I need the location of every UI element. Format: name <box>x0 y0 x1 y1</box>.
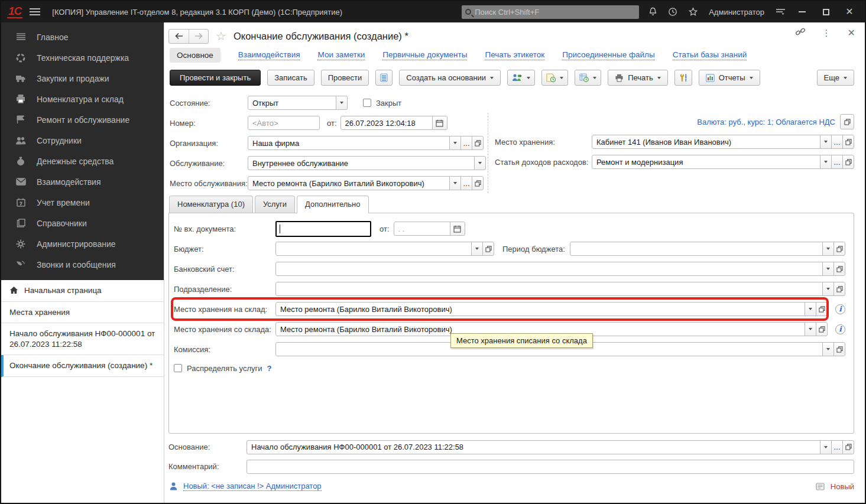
global-search[interactable] <box>462 5 639 19</box>
date-field[interactable]: 26.07.2023 12:04:18 <box>340 116 433 130</box>
service-menu-icon[interactable] <box>774 8 787 16</box>
basis-choose-button[interactable] <box>831 440 843 454</box>
create-based-on-button[interactable]: Создать на основании <box>399 70 501 86</box>
storage-open-button[interactable] <box>842 135 854 149</box>
storage-dropdown-button[interactable] <box>820 135 832 149</box>
expense-open-button[interactable] <box>842 155 854 169</box>
budget-period-field[interactable] <box>570 242 823 256</box>
organization-open-button[interactable] <box>472 136 484 150</box>
storage-place-field[interactable]: Кабинет 141 (Иванов Иван Иванович) <box>592 135 820 149</box>
incoming-number-field[interactable] <box>275 221 371 237</box>
service-place-open-button[interactable] <box>472 176 484 190</box>
tab-main[interactable]: Основное <box>170 48 220 63</box>
sidebar-item-repair[interactable]: Ремонт и обслуживание <box>1 109 164 130</box>
budget-period-dropdown-button[interactable] <box>822 242 834 256</box>
organization-choose-button[interactable] <box>460 136 472 150</box>
service-dropdown-button[interactable] <box>474 156 486 170</box>
minimize-button[interactable] <box>794 4 810 19</box>
division-dropdown-button[interactable] <box>822 282 834 296</box>
service-place-choose-button[interactable] <box>460 176 472 190</box>
distribute-services-checkbox[interactable] <box>174 364 182 372</box>
sidebar-item-nomenclature[interactable]: Номенклатура и склад <box>1 89 164 109</box>
favorite-star-icon[interactable]: ☆ <box>216 29 226 43</box>
tab-nomenclature[interactable]: Номенклатура (10) <box>169 196 253 213</box>
closed-checkbox[interactable] <box>363 99 371 107</box>
distribute-help-link[interactable]: ? <box>267 364 271 373</box>
sidebar-item-purchases[interactable]: Закупки и продажи <box>1 68 164 89</box>
nav-service-start-doc[interactable]: Начало обслуживания НФ00-000001 от 26.07… <box>1 323 164 355</box>
sidebar-item-tech-support[interactable]: Техническая поддержка <box>1 47 164 68</box>
service-tools-button[interactable] <box>674 70 692 86</box>
number-field[interactable]: <Авто> <box>248 116 320 130</box>
sidebar-item-references[interactable]: Справочники <box>1 213 164 233</box>
service-place-field[interactable]: Место ремонта (Барилко Виталий Викоторов… <box>248 176 450 190</box>
sidebar-item-main[interactable]: Главное <box>1 27 164 47</box>
bank-account-open-button[interactable] <box>833 262 845 276</box>
storage-to-info-icon[interactable] <box>835 304 845 314</box>
reminder-document-button[interactable] <box>541 70 568 86</box>
maximize-button[interactable] <box>818 4 834 19</box>
tab-services[interactable]: Услуги <box>255 196 295 213</box>
main-menu-icon[interactable] <box>30 8 40 15</box>
close-window-button[interactable]: ✕ <box>841 4 858 19</box>
comment-field[interactable] <box>246 460 854 474</box>
storage-from-dropdown-button[interactable] <box>805 322 816 336</box>
currency-open-button[interactable] <box>840 114 854 129</box>
tab-my-notes[interactable]: Мои заметки <box>317 50 365 60</box>
state-field[interactable]: Открыт <box>248 96 336 110</box>
close-form-icon[interactable]: ✕ <box>848 27 855 38</box>
favorites-star-icon[interactable] <box>686 7 699 17</box>
sidebar-item-administration[interactable]: Администрирование <box>1 233 164 254</box>
print-button[interactable]: Печать <box>608 70 668 86</box>
budget-open-button[interactable] <box>482 242 494 256</box>
storage-to-dropdown-button[interactable] <box>805 302 816 316</box>
basis-dropdown-button[interactable] <box>820 440 832 454</box>
currency-link[interactable]: Валюта: руб., курс: 1; Облагается НДС <box>697 118 835 126</box>
sidebar-item-calls[interactable]: Звонки и сообщения <box>1 254 164 275</box>
history-clock-icon[interactable] <box>666 7 679 17</box>
current-user[interactable]: Администратор <box>709 8 764 17</box>
nav-service-end-doc[interactable]: Окончание обслуживания (создание) * <box>1 355 164 377</box>
storage-to-open-button[interactable] <box>816 302 828 316</box>
service-place-dropdown-button[interactable] <box>449 176 461 190</box>
basis-field[interactable]: Начало обслуживания НФ00-000001 от 26.07… <box>246 440 820 454</box>
state-dropdown-button[interactable] <box>336 96 348 110</box>
schedule-table-button[interactable] <box>575 70 601 86</box>
sidebar-item-employees[interactable]: Сотрудники <box>1 130 164 151</box>
save-button[interactable]: Записать <box>267 70 314 86</box>
sidebar-item-money[interactable]: s Денежные средства <box>1 151 164 171</box>
tab-primary-docs[interactable]: Первичные документы <box>382 50 467 60</box>
storage-from-open-button[interactable] <box>816 322 828 336</box>
expense-choose-button[interactable] <box>831 155 843 169</box>
post-and-close-button[interactable]: Провести и закрыть <box>170 70 261 86</box>
service-field[interactable]: Внутреннее обслуживание <box>248 156 475 170</box>
commission-dropdown-button[interactable] <box>822 342 834 356</box>
tab-attached-files[interactable]: Присоединенные файлы <box>562 50 654 60</box>
budget-dropdown-button[interactable] <box>471 242 483 256</box>
search-input[interactable] <box>475 8 635 17</box>
bank-account-field[interactable] <box>275 262 823 276</box>
basis-open-button[interactable] <box>842 440 854 454</box>
back-button[interactable] <box>169 30 189 43</box>
organization-field[interactable]: Наша фирма <box>248 136 450 150</box>
notifications-bell-icon[interactable] <box>646 7 659 17</box>
budget-field[interactable] <box>275 242 472 256</box>
tab-label-printing[interactable]: Печать этикеток <box>485 50 544 60</box>
storage-choose-button[interactable] <box>831 135 843 149</box>
division-open-button[interactable] <box>833 282 845 296</box>
nav-home-page[interactable]: Начальная страница <box>1 280 164 302</box>
storage-from-info-icon[interactable] <box>835 324 845 334</box>
division-field[interactable] <box>275 282 823 296</box>
more-actions-icon[interactable]: ⋮ <box>822 28 831 38</box>
bank-account-dropdown-button[interactable] <box>822 262 834 276</box>
expense-item-field[interactable]: Ремонт и модернизация <box>592 155 820 169</box>
tab-additional[interactable]: Дополнительно <box>297 196 369 213</box>
tab-knowledge-base[interactable]: Статьи базы знаний <box>673 50 747 60</box>
budget-period-open-button[interactable] <box>833 242 845 256</box>
date-calendar-button[interactable] <box>432 116 447 130</box>
more-button[interactable]: Еще <box>817 70 854 86</box>
storage-to-field[interactable]: Место ремонта (Барилко Виталий Викоторов… <box>275 302 805 316</box>
expense-dropdown-button[interactable] <box>820 155 832 169</box>
nav-storage-places[interactable]: Места хранения <box>1 302 164 324</box>
post-button[interactable]: Провести <box>321 70 369 86</box>
